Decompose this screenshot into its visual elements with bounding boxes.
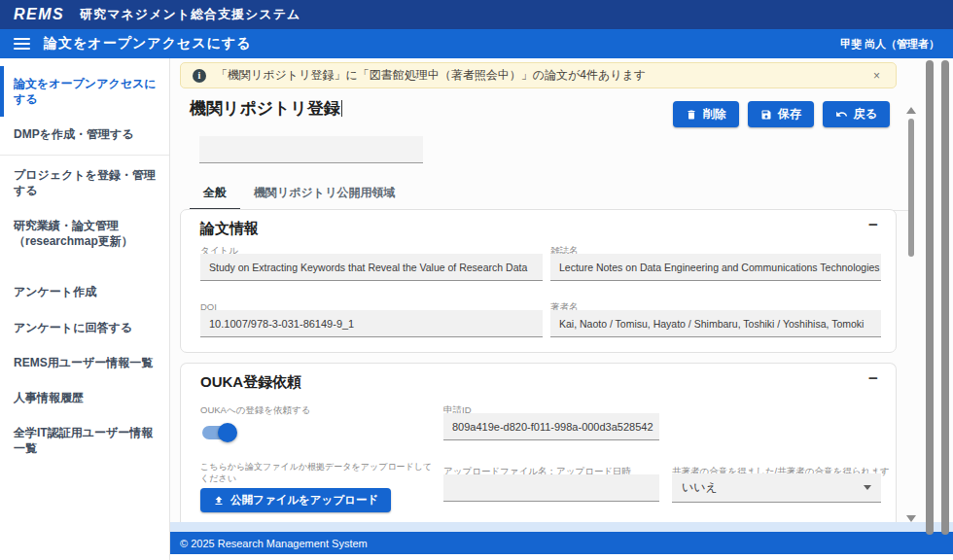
sidebar-item-researchmap[interactable]: 研究業績・論文管理（researchmap更新） bbox=[0, 208, 169, 259]
info-icon: i bbox=[193, 69, 206, 83]
upload-icon bbox=[213, 495, 225, 507]
consent-selected-value: いいえ bbox=[682, 479, 718, 496]
sidebar-item-survey-answer[interactable]: アンケートに回答する bbox=[0, 310, 169, 345]
ouka-request-toggle[interactable] bbox=[202, 426, 233, 439]
ouka-toggle-label: OUKAへの登録を依頼する bbox=[200, 404, 311, 417]
ouka-request-title: OUKA登録依頼 bbox=[200, 373, 301, 392]
upload-button-label: 公開ファイルをアップロード bbox=[230, 493, 378, 508]
save-button[interactable]: 保存 bbox=[748, 101, 814, 127]
hamburger-menu-icon[interactable] bbox=[14, 38, 30, 50]
upload-hint-text: こちらから論文ファイルか根拠データをアップロードしてください bbox=[200, 461, 439, 484]
sidebar-item-rems-users[interactable]: REMS用ユーザー情報一覧 bbox=[0, 345, 169, 380]
upload-public-file-button[interactable]: 公開ファイルをアップロード bbox=[200, 488, 391, 512]
action-buttons: 削除 保存 戻る bbox=[673, 101, 890, 127]
vertical-scrollbar-outer[interactable] bbox=[941, 60, 949, 535]
banner-close-icon[interactable]: × bbox=[869, 67, 884, 85]
doi-field[interactable]: 10.1007/978-3-031-86149-9_1 bbox=[200, 310, 543, 337]
collapse-minus-icon[interactable]: − bbox=[865, 214, 882, 237]
scroll-up-arrow-icon[interactable] bbox=[906, 107, 916, 114]
untitled-text-input[interactable] bbox=[199, 136, 423, 163]
tab-repository-public-area[interactable]: 機関リポジトリ公開用領域 bbox=[240, 179, 408, 210]
footer: © 2025 Research Management System bbox=[170, 532, 953, 554]
page-title-text: 機関リポジトリ登録 bbox=[190, 99, 340, 118]
back-button-label: 戻る bbox=[854, 106, 877, 122]
tab-general[interactable]: 全般 bbox=[190, 179, 240, 210]
collapse-minus-icon[interactable]: − bbox=[865, 368, 882, 391]
sidebar-item-open-access[interactable]: 論文をオープンアクセスにする bbox=[0, 66, 169, 117]
sidebar-divider bbox=[0, 155, 169, 156]
title-field[interactable]: Study on Extracting Keywords that Reveal… bbox=[200, 254, 543, 281]
brand-bar: REMS 研究マネジメント総合支援システム bbox=[0, 0, 953, 29]
trash-icon bbox=[686, 109, 697, 121]
main-content: i 「機関リポジトリ登録」に「図書館処理中（著者照会中）」の論文が4件あります … bbox=[170, 58, 953, 522]
app-bar: 論文をオープンアクセスにする 甲斐 尚人（管理者） bbox=[0, 29, 953, 58]
sidebar-item-survey-create[interactable]: アンケート作成 bbox=[0, 274, 169, 309]
rems-logo: REMS bbox=[14, 6, 64, 23]
ouka-request-section: OUKA登録依頼 − OUKAへの登録を依頼する 申請ID 809a419e-d… bbox=[180, 363, 897, 522]
info-banner-text: 「機関リポジトリ登録」に「図書館処理中（著者照会中）」の論文が4件あります bbox=[216, 67, 646, 84]
page-title: 機関リポジトリ登録 bbox=[190, 97, 342, 120]
save-icon bbox=[760, 109, 772, 121]
copyright-text: © 2025 Research Management System bbox=[180, 538, 368, 549]
app-title: 研究マネジメント総合支援システム bbox=[80, 6, 300, 23]
authors-field[interactable]: Kai, Naoto / Tomisu, Hayato / Shimbaru, … bbox=[550, 310, 881, 337]
delete-button-label: 削除 bbox=[703, 106, 726, 122]
sidebar-item-it-auth-users[interactable]: 全学IT認証用ユーザー情報一覧 bbox=[0, 415, 169, 466]
tab-bar: 全般 機関リポジトリ公開用領域 bbox=[190, 179, 914, 211]
delete-button[interactable]: 削除 bbox=[673, 101, 739, 127]
undo-icon bbox=[835, 108, 848, 121]
sidebar-item-dmp[interactable]: DMPを作成・管理する bbox=[0, 117, 169, 152]
inner-scrollbar-thumb[interactable] bbox=[908, 119, 914, 257]
paper-info-title: 論文情報 bbox=[200, 220, 259, 238]
text-cursor bbox=[341, 100, 342, 117]
sidebar-gap bbox=[0, 259, 169, 274]
paper-info-section: 論文情報 − タイトル Study on Extracting Keywords… bbox=[180, 209, 897, 353]
request-id-field[interactable]: 809a419e-d820-f011-998a-000d3a528542 bbox=[443, 413, 659, 440]
info-banner: i 「機関リポジトリ登録」に「図書館処理中（著者照会中）」の論文が4件あります … bbox=[180, 62, 897, 88]
toggle-knob bbox=[218, 423, 237, 442]
chevron-down-icon bbox=[864, 485, 871, 490]
coauthor-consent-select[interactable]: いいえ bbox=[672, 473, 881, 503]
uploaded-file-field[interactable] bbox=[443, 474, 659, 502]
vertical-scrollbar-inner[interactable] bbox=[926, 60, 934, 535]
user-name[interactable]: 甲斐 尚人（管理者） bbox=[840, 37, 939, 52]
current-page-title: 論文をオープンアクセスにする bbox=[44, 35, 252, 52]
content-bottom-strip bbox=[170, 522, 953, 532]
journal-field[interactable]: Lecture Notes on Data Engineering and Co… bbox=[550, 254, 881, 281]
sidebar-item-project[interactable]: プロジェクトを登録・管理する bbox=[0, 158, 169, 208]
app-window: REMS 研究マネジメント総合支援システム 論文をオープンアクセスにする 甲斐 … bbox=[0, 0, 953, 560]
scroll-down-arrow-icon[interactable] bbox=[906, 515, 916, 522]
sidebar: 論文をオープンアクセスにする DMPを作成・管理する プロジェクトを登録・管理す… bbox=[0, 58, 170, 560]
save-button-label: 保存 bbox=[778, 106, 801, 122]
sidebar-item-hr-history[interactable]: 人事情報履歴 bbox=[0, 380, 169, 415]
back-button[interactable]: 戻る bbox=[823, 101, 890, 127]
